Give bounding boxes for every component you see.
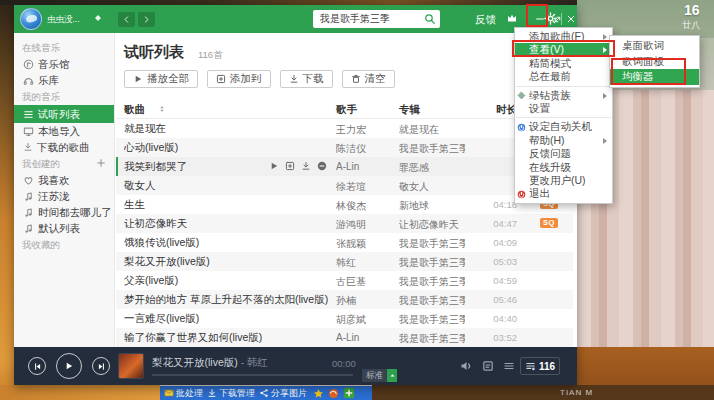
menu-item-设置[interactable]: 设置 <box>515 102 612 115</box>
sidebar-item-时间都去哪儿了[interactable]: 时间都去哪儿了 <box>14 204 114 220</box>
app-window: 虫虫没... 反馈 在线音乐音乐馆乐库我的音乐试听列表本地导入下载的歌曲我创建的… <box>14 5 577 385</box>
progress-bar[interactable] <box>152 374 353 376</box>
table-row[interactable]: 父亲(live版)古巨基我是歌手第三季 第2期04:59 <box>116 271 573 290</box>
sidebar-item-汪苏泷[interactable]: 汪苏泷 <box>14 188 114 204</box>
menu-item-设定自动关机[interactable]: 设定自动关机 <box>515 120 612 133</box>
menu-item-精简模式[interactable]: 精简模式 <box>515 57 612 70</box>
song-album: 让初恋像昨天 <box>399 218 465 232</box>
submenu-arrow-icon <box>603 138 607 144</box>
wallpaper-bottom-right: TIAN M <box>372 385 714 400</box>
menu-item-退出[interactable]: 退出 <box>515 187 612 200</box>
mail-icon <box>164 388 174 398</box>
play-icon[interactable] <box>269 161 279 171</box>
add-icon[interactable] <box>285 161 295 171</box>
share-icon <box>259 388 269 398</box>
song-title: 敬女人 <box>124 179 332 193</box>
table-row[interactable]: 我笑到都哭了A-Lin罪恶感 <box>116 157 573 176</box>
song-artist: 张靓颖 <box>336 237 394 251</box>
column-header-artist[interactable]: 歌手 <box>336 103 357 117</box>
user-avatar[interactable] <box>20 8 42 30</box>
sort-icon[interactable] <box>158 105 166 113</box>
more-icon[interactable] <box>317 161 327 171</box>
desktop-toolbar-label: 分享图片 <box>271 387 307 400</box>
song-album: 我是歌手第三季 第1期 <box>399 142 465 156</box>
sidebar-item-乐库[interactable]: 乐库 <box>14 72 114 88</box>
next-button[interactable] <box>92 357 110 375</box>
vip-crown-icon[interactable] <box>506 12 518 24</box>
menu-item-label: 绿钻贵族 <box>529 89 571 101</box>
star-icon[interactable] <box>313 388 324 399</box>
toolbar-button-label: 下载 <box>303 72 324 86</box>
player-menu-icon[interactable] <box>503 360 515 372</box>
search-input[interactable] <box>313 10 421 28</box>
sidebar-item-默认列表[interactable]: 默认列表 <box>14 220 114 236</box>
table-row[interactable]: 梦开始的地方 草原上升起不落的太阳(live版)孙楠我是歌手第三季 第2期05:… <box>116 290 573 309</box>
plus-green-icon[interactable] <box>343 387 355 399</box>
add-playlist-button[interactable] <box>96 158 106 168</box>
menu-item-总在最前[interactable]: 总在最前 <box>515 70 612 83</box>
song-title: 一言难尽(live版) <box>124 312 332 326</box>
desktop-toolbar-label: 下载管理 <box>219 387 255 400</box>
toolbar-button-清空[interactable]: 清空 <box>342 70 395 88</box>
browser-icon[interactable] <box>328 388 339 399</box>
column-header-duration[interactable]: 时长 <box>467 103 517 117</box>
column-header-album[interactable]: 专辑 <box>399 103 420 117</box>
playlist-toggle[interactable]: 116 <box>520 357 560 375</box>
menu-item-更改用户(U)[interactable]: 更改用户(U) <box>515 174 612 187</box>
song-duration: 03:52 <box>467 332 517 343</box>
desktop-toolbar-item-分享图片[interactable]: 分享图片 <box>259 387 307 400</box>
album-art[interactable] <box>118 353 144 379</box>
row-hover-actions <box>269 161 327 171</box>
menu-item-帮助(H)[interactable]: 帮助(H) <box>515 134 612 147</box>
toolbar-button-添加到[interactable]: 添加到 <box>207 70 271 88</box>
sidebar-item-音乐馆[interactable]: 音乐馆 <box>14 56 114 72</box>
now-playing-label: 梨花又开放(live版) - 韩红 <box>152 356 268 370</box>
menu-item-在线升级[interactable]: 在线升级 <box>515 161 612 174</box>
play-button[interactable] <box>56 353 82 379</box>
table-row[interactable]: 就是现在王力宏就是现在 <box>116 119 573 138</box>
table-row[interactable]: 生生林俊杰新地球04:18SQ <box>116 195 573 214</box>
download-icon[interactable] <box>301 161 311 171</box>
song-album: 我是歌手第三季 第2期 <box>399 332 465 346</box>
sidebar-section-label: 我收藏的 <box>14 236 114 253</box>
sidebar: 在线音乐音乐馆乐库我的音乐试听列表本地导入下载的歌曲我创建的我喜欢汪苏泷时间都去… <box>14 33 115 347</box>
close-button[interactable] <box>566 13 576 25</box>
volume-icon[interactable] <box>460 360 472 372</box>
previous-button[interactable] <box>28 357 46 375</box>
table-row[interactable]: 一言难尽(live版)胡彦斌我是歌手第三季 第2期04:40 <box>116 309 573 328</box>
search-icon[interactable] <box>424 13 436 25</box>
nav-forward-button[interactable] <box>138 12 155 27</box>
power-blue-icon <box>517 123 526 132</box>
song-album: 我是歌手第三季 第2期 <box>399 313 465 327</box>
play-icon <box>133 74 143 84</box>
column-header-song[interactable]: 歌曲 <box>124 103 145 117</box>
headphones-icon <box>23 75 34 86</box>
sidebar-item-我喜欢[interactable]: 我喜欢 <box>14 172 114 188</box>
nav-back-button[interactable] <box>118 12 135 27</box>
sidebar-item-下载的歌曲[interactable]: 下载的歌曲 <box>14 139 114 155</box>
toolbar-button-下载[interactable]: 下载 <box>280 70 333 88</box>
quality-selector[interactable]: 标准 <box>362 369 397 382</box>
feedback-link[interactable]: 反馈 <box>475 13 496 27</box>
sidebar-item-label: 时间都去哪儿了 <box>38 204 112 220</box>
table-row[interactable]: 梨花又开放(live版)韩红我是歌手第三季 第2期05:03 <box>116 252 573 271</box>
toolbar-button-播放全部[interactable]: 播放全部 <box>124 70 198 88</box>
quality-label: 标准 <box>362 369 387 382</box>
menu-item-反馈问题[interactable]: 反馈问题 <box>515 147 612 160</box>
table-row[interactable]: 让初恋像昨天游鸿明让初恋像昨天04:47SQ <box>116 214 573 233</box>
desktop-toolbar-item-下载管理[interactable]: 下载管理 <box>207 387 255 400</box>
song-album: 我是歌手第三季 第2期 <box>399 237 465 251</box>
table-row[interactable]: 心动(live版)陈洁仪我是歌手第三季 第1期 <box>116 138 573 157</box>
table-row[interactable]: 敬女人徐若瑄敬女人 <box>116 176 573 195</box>
download-icon <box>289 74 299 84</box>
desktop-toolbar-item-批处理[interactable]: 批处理 <box>164 387 203 400</box>
sidebar-item-本地导入[interactable]: 本地导入 <box>14 123 114 139</box>
table-row[interactable]: 饿狼传说(live版)张靓颖我是歌手第三季 第2期04:09 <box>116 233 573 252</box>
sidebar-item-试听列表[interactable]: 试听列表 <box>14 105 114 123</box>
song-artist: 古巨基 <box>336 275 394 289</box>
submenu-item-桌面歌词[interactable]: 桌面歌词 <box>610 38 699 54</box>
table-row[interactable]: 输了你赢了世界又如何(live版)A-Lin我是歌手第三季 第2期03:52 <box>116 328 573 347</box>
power-red-icon <box>517 190 526 199</box>
menu-item-绿钻贵族[interactable]: 绿钻贵族 <box>515 89 612 102</box>
lyrics-icon[interactable] <box>482 360 494 372</box>
